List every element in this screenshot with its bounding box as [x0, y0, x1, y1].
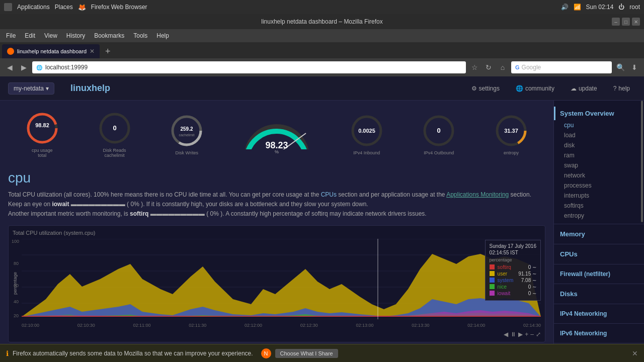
os-browser-name[interactable]: Firefox Web Browser — [91, 4, 147, 11]
forward-button[interactable]: ▶ — [18, 62, 29, 73]
bookmark-star-button[interactable]: ☆ — [469, 62, 480, 73]
legend-nice: nice 0 ∼ — [490, 284, 536, 290]
chart-date: Sunday 17 July 2016 — [490, 243, 536, 249]
help-label: help — [618, 85, 630, 92]
maximize-button[interactable]: □ — [622, 18, 630, 26]
sidebar-memory[interactable]: Memory — [554, 227, 644, 241]
sidebar-disks[interactable]: Disks — [554, 287, 644, 301]
notification-actions: N Choose What I Share — [261, 348, 338, 358]
sidebar-scrollbar[interactable] — [641, 101, 643, 222]
sidebar-item-swap[interactable]: swap — [554, 160, 644, 170]
sidebar-ipv4[interactable]: IPv4 Networking — [554, 307, 644, 320]
legend-user-color — [490, 271, 495, 276]
update-button[interactable]: ☁ update — [565, 83, 603, 94]
sidebar-item-ram[interactable]: ram — [554, 150, 644, 160]
menu-file[interactable]: File — [2, 31, 20, 40]
sidebar-entropy-label: entropy — [564, 212, 584, 219]
disk-writes-value: 259.2 — [181, 126, 193, 132]
chart-prev-button[interactable]: ◀ — [504, 331, 508, 338]
disk-reads-gauge: 0 Disk Readscachelimit — [97, 111, 132, 158]
update-label: update — [579, 85, 597, 92]
chart-title: Total CPU utilization (system.cpu) — [13, 230, 541, 236]
cpu-desc-2: section and per application usage at the — [338, 191, 445, 198]
browser-tab-active[interactable]: linuxhelp netdata dashboard ✕ — [2, 44, 100, 58]
download-button[interactable]: ⬇ — [629, 62, 640, 73]
chart-fullscreen-button[interactable]: ⤢ — [536, 331, 541, 338]
menu-history[interactable]: History — [62, 31, 89, 40]
sidebar-item-entropy[interactable]: entropy — [554, 211, 644, 221]
menu-tools[interactable]: Tools — [129, 31, 151, 40]
sidebar-cpus[interactable]: CPUs — [554, 247, 644, 261]
speaker-icon: 🔊 — [561, 4, 569, 11]
cpus-link[interactable]: CPUs — [321, 191, 337, 198]
x-label-4: 02:12:00 — [245, 323, 262, 328]
community-button[interactable]: 🌐 community — [510, 83, 560, 94]
chart-area: percentage 100 80 60 40 20 — [13, 239, 541, 328]
os-places[interactable]: Places — [55, 4, 73, 11]
google-search-icon: G — [515, 64, 520, 70]
sidebar-item-load[interactable]: load — [554, 130, 644, 140]
legend-user-label: user — [498, 271, 507, 277]
cpu-gauge-label: cpu usagetotal — [32, 148, 53, 158]
menu-view[interactable]: View — [40, 31, 61, 40]
community-globe-icon: 🌐 — [516, 85, 523, 92]
chart-next-button[interactable]: ▶ — [518, 331, 523, 338]
cpu-gauge-value: 98.82 — [35, 122, 49, 128]
sidebar-item-network[interactable]: network — [554, 170, 644, 180]
back-button[interactable]: ◀ — [4, 62, 15, 73]
search-bar[interactable]: G Google — [511, 61, 612, 73]
notification-close-button[interactable]: ✕ — [632, 349, 638, 357]
big-gauge-value: 98.23 — [265, 140, 288, 149]
tab-close-button[interactable]: ✕ — [90, 48, 95, 55]
my-netdata-dropdown[interactable]: my-netdata ▾ — [8, 82, 54, 95]
cpu-desc-7: Another important metric worth monitorin… — [8, 210, 128, 217]
sidebar-item-interrupts[interactable]: interrupts — [554, 191, 644, 201]
sidebar-system-overview[interactable]: System Overview — [554, 107, 644, 120]
my-netdata-label: my-netdata — [14, 85, 44, 92]
netdata-header: my-netdata ▾ linuxhelp ⚙ settings 🌐 comm… — [0, 76, 644, 101]
svg-point-1 — [28, 114, 56, 142]
y-40-label: 40 — [14, 299, 19, 304]
reload-button[interactable]: ↻ — [483, 62, 494, 73]
chart-inner: 100 80 60 40 20 — [22, 239, 541, 328]
netdata-app: my-netdata ▾ linuxhelp ⚙ settings 🌐 comm… — [0, 76, 644, 362]
menu-edit[interactable]: Edit — [21, 31, 39, 40]
search-button[interactable]: 🔍 — [615, 62, 626, 73]
new-tab-button[interactable]: + — [101, 44, 115, 58]
disk-writes-gauge-svg: 259.2 cachelimit — [169, 113, 204, 148]
menu-bookmarks[interactable]: Bookmarks — [90, 31, 128, 40]
choose-what-share-button[interactable]: Choose What I Share — [275, 349, 338, 358]
window-controls[interactable]: – □ ✕ — [612, 18, 640, 26]
legend-nice-color — [490, 284, 495, 289]
tab-bar: linuxhelp netdata dashboard ✕ + — [0, 42, 644, 58]
ipv4-out-value: 0 — [437, 127, 441, 134]
settings-label: settings — [479, 85, 500, 92]
sidebar-ram-label: ram — [564, 152, 575, 159]
sidebar-firewall[interactable]: Firewall (netfilter) — [554, 267, 644, 281]
url-lock-icon: 🌐 — [36, 65, 42, 70]
cpu-desc-1: Total CPU utilization (all cores). 100% … — [8, 191, 319, 198]
home-button[interactable]: ⌂ — [497, 62, 508, 73]
sidebar-item-processes[interactable]: processes — [554, 180, 644, 191]
sidebar-item-disk[interactable]: disk — [554, 140, 644, 150]
help-button[interactable]: ? help — [607, 83, 636, 94]
minimize-button[interactable]: – — [612, 18, 620, 26]
sidebar-item-cpu[interactable]: cpu — [554, 120, 644, 130]
chart-zoom-out-button[interactable]: – — [530, 331, 534, 338]
os-applications[interactable]: Applications — [17, 4, 50, 11]
close-button[interactable]: ✕ — [632, 18, 640, 26]
chart-time: 02:14:55 IST — [490, 250, 536, 255]
chart-controls: ◀ ⏸ ▶ + – ⤢ — [13, 331, 541, 338]
sidebar-item-softirqs[interactable]: softirqs — [554, 201, 644, 211]
url-bar[interactable]: 🌐 localhost:19999 — [32, 61, 466, 73]
settings-button[interactable]: ⚙ settings — [465, 83, 506, 94]
dropdown-arrow-icon: ▾ — [46, 85, 49, 92]
apps-monitoring-link[interactable]: Applications Monitoring — [446, 191, 509, 198]
netdata-header-right: ⚙ settings 🌐 community ☁ update ? help — [465, 83, 636, 94]
menu-help[interactable]: Help — [152, 31, 173, 40]
chart-zoom-in-button[interactable]: + — [525, 331, 528, 338]
chart-pause-button[interactable]: ⏸ — [510, 331, 516, 338]
y-80-label: 80 — [14, 261, 19, 266]
sidebar-ipv6[interactable]: IPv6 Networking — [554, 327, 644, 340]
ipv4-out-gauge: 0 IPv4 Outbound — [421, 113, 456, 155]
